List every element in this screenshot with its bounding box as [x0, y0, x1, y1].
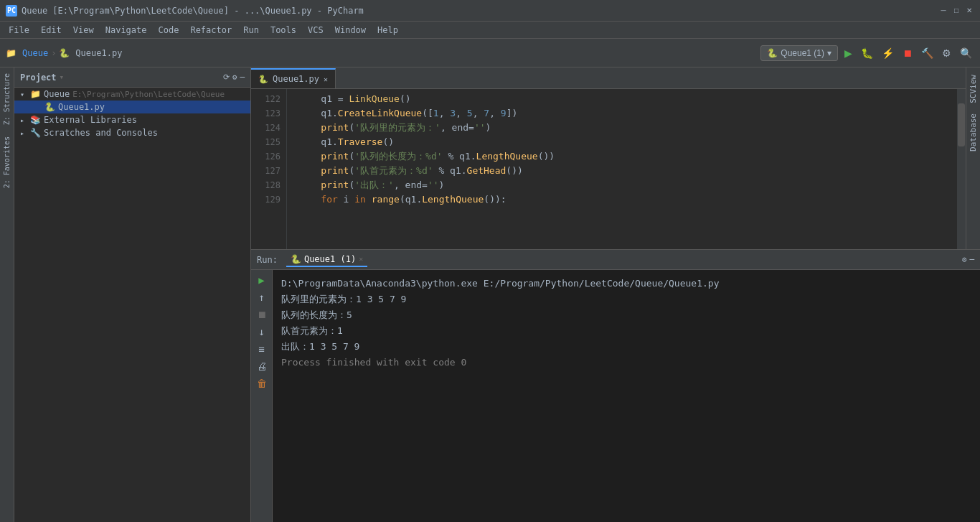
database-tab[interactable]: Database	[967, 109, 979, 156]
tree-external-libs[interactable]: ▸ 📚 External Libraries	[14, 113, 250, 126]
close-button[interactable]: ✕	[964, 6, 974, 16]
menu-edit[interactable]: Edit	[35, 24, 67, 37]
folder-icon: 📁	[30, 89, 41, 99]
console-output: D:\ProgramData\Anaconda3\python.exe E:/P…	[273, 270, 980, 522]
file-icon: 🐍	[59, 48, 70, 58]
menu-view[interactable]: View	[67, 24, 100, 37]
run-tab-label: Queue1 (1)	[304, 254, 356, 264]
bottom-minimize-icon[interactable]: ─	[969, 255, 974, 264]
chevron-down-icon: ▾	[827, 48, 831, 58]
title-bar-left: PC Queue [E:\Program\Python\LeetCode\Que…	[6, 5, 364, 17]
left-vert-tabs: Z: Structure 2: Favorites	[0, 67, 14, 522]
run-tab[interactable]: 🐍 Queue1 (1) ✕	[286, 253, 367, 267]
python-file-icon: 🐍	[44, 102, 55, 112]
tree-root[interactable]: ▾ 📁 Queue E:\Program\Python\LeetCode\Que…	[14, 88, 250, 101]
menu-vcs[interactable]: VCS	[302, 24, 329, 37]
code-line-122: q1 = LinkQueue()	[298, 92, 957, 106]
project-dropdown-icon[interactable]: ▾	[60, 73, 65, 82]
run-console: ▶ ↑ ⏹ ↓ ≡ 🖨 🗑 D:\ProgramData\Anaconda3\p…	[251, 270, 980, 522]
debug-button[interactable]: 🐛	[859, 45, 875, 61]
maximize-button[interactable]: □	[951, 6, 961, 16]
toolbar: 📁 Queue › 🐍 Queue1.py 🐍 Queue1 (1) ▾ ▶ 🐛…	[0, 39, 980, 67]
code-line-125: q1.Traverse()	[298, 135, 957, 149]
tab-close-button[interactable]: ✕	[324, 75, 328, 83]
search-everywhere-button[interactable]: 🔍	[958, 45, 974, 61]
tree-scratches[interactable]: ▸ 🔧 Scratches and Consoles	[14, 126, 250, 139]
window-title: Queue [E:\Program\Python\LeetCode\Queue]…	[22, 6, 364, 16]
structure-tab[interactable]: Z: Structure	[1, 67, 12, 131]
menu-navigate[interactable]: Navigate	[100, 24, 153, 37]
editor-area: 🐍 Queue1.py ✕ 122 123 124 125 126 127 12…	[251, 67, 980, 249]
code-line-124: print('队列里的元素为：', end='')	[298, 121, 957, 135]
tree-file-label: Queue1.py	[58, 102, 105, 112]
title-bar: PC Queue [E:\Program\Python\LeetCode\Que…	[0, 0, 980, 22]
stop-run-button[interactable]: ⏹	[255, 307, 268, 322]
settings-button[interactable]: ⚙	[940, 45, 953, 61]
project-panel-header: Project ▾ ⟳ ⚙ ─	[14, 67, 250, 88]
console-output-line-3: 队首元素为：1	[281, 323, 971, 339]
breadcrumb-file[interactable]: Queue1.py	[75, 48, 122, 58]
stop-button[interactable]: ⏹	[900, 45, 915, 61]
code-line-127: print('队首元素为：%d' % q1.GetHead())	[298, 164, 957, 178]
run-tab-close[interactable]: ✕	[359, 255, 363, 263]
right-side: 🐍 Queue1.py ✕ 122 123 124 125 126 127 12…	[251, 67, 980, 522]
bottom-settings-icon[interactable]: ⚙	[962, 255, 967, 264]
run-again-button[interactable]: ▶	[257, 273, 265, 287]
clear-button[interactable]: 🗑	[255, 376, 268, 391]
run-coverage-button[interactable]: ⚡	[880, 45, 896, 61]
print-button[interactable]: 🖨	[255, 359, 268, 373]
tree-libs-label: External Libraries	[44, 115, 137, 125]
run-tab-icon: 🐍	[291, 254, 301, 264]
favorites-tab[interactable]: 2: Favorites	[1, 131, 12, 194]
tab-python-icon: 🐍	[258, 75, 268, 84]
menu-run[interactable]: Run	[237, 24, 265, 37]
breadcrumb-queue[interactable]: Queue	[22, 48, 48, 58]
editor-scrollbar[interactable]	[957, 89, 966, 249]
menu-help[interactable]: Help	[372, 24, 404, 37]
tree-libs-arrow: ▸	[20, 116, 29, 124]
tree-scratches-arrow: ▸	[20, 129, 29, 137]
app-icon: PC	[6, 5, 17, 17]
editor-scrollbar-thumb[interactable]	[958, 103, 965, 146]
menu-tools[interactable]: Tools	[265, 24, 302, 37]
console-output-line-2: 队列的长度为：5	[281, 307, 971, 323]
project-panel-title: Project	[20, 73, 57, 83]
right-sidebar: SCView Database	[966, 67, 980, 249]
tree-file-arrow	[34, 103, 43, 111]
minimize-button[interactable]: ─	[938, 6, 948, 16]
menu-code[interactable]: Code	[153, 24, 185, 37]
code-content[interactable]: q1 = LinkQueue() q1.CreateLinkQueue([1, …	[287, 89, 957, 249]
menu-window[interactable]: Window	[329, 24, 372, 37]
code-line-129: for i in range(q1.LengthQueue()):	[298, 192, 957, 207]
menu-refactor[interactable]: Refactor	[184, 24, 237, 37]
console-toolbar: ▶ ↑ ⏹ ↓ ≡ 🖨 🗑	[251, 270, 273, 522]
run-button[interactable]: ▶	[842, 45, 854, 61]
panel-header-icons: ⟳ ⚙ ─	[223, 73, 245, 82]
scroll-up-button[interactable]: ↑	[257, 290, 265, 304]
scroll-down-button[interactable]: ↓	[257, 325, 265, 339]
tree-arrow-queue: ▾	[20, 90, 29, 98]
console-command-line: D:\ProgramData\Anaconda3\python.exe E:/P…	[281, 276, 971, 292]
editor-tab-queue1[interactable]: 🐍 Queue1.py ✕	[251, 68, 336, 88]
menu-file[interactable]: File	[3, 24, 35, 37]
softcopy-button[interactable]: ≡	[257, 342, 265, 356]
tree-scratches-label: Scratches and Consoles	[44, 128, 158, 138]
scview-tab[interactable]: SCView	[967, 70, 979, 108]
run-config-label: Queue1 (1)	[781, 48, 824, 58]
bottom-tab-bar: Run: 🐍 Queue1 (1) ✕ ⚙ ─	[251, 250, 980, 270]
run-config-icon: 🐍	[767, 48, 778, 58]
line-numbers: 122 123 124 125 126 127 128 129	[251, 89, 287, 249]
tree-file-queue1[interactable]: 🐍 Queue1.py	[14, 101, 250, 113]
panel-minimize-icon[interactable]: ─	[240, 73, 245, 82]
run-config-button[interactable]: 🐍 Queue1 (1) ▾	[760, 45, 838, 61]
build-button[interactable]: 🔨	[919, 45, 936, 61]
library-icon: 📚	[30, 115, 41, 125]
code-editor: 122 123 124 125 126 127 128 129 q1 = Lin…	[251, 89, 966, 249]
bottom-tab-icons: ⚙ ─	[962, 255, 974, 264]
project-icon: 📁	[6, 48, 17, 58]
panel-sync-icon[interactable]: ⟳	[223, 73, 230, 82]
code-line-123: q1.CreateLinkQueue([1, 3, 5, 7, 9])	[298, 106, 957, 121]
breadcrumb: 📁 Queue › 🐍 Queue1.py	[6, 48, 122, 58]
window-controls[interactable]: ─ □ ✕	[938, 6, 974, 16]
panel-gear-icon[interactable]: ⚙	[232, 73, 237, 82]
